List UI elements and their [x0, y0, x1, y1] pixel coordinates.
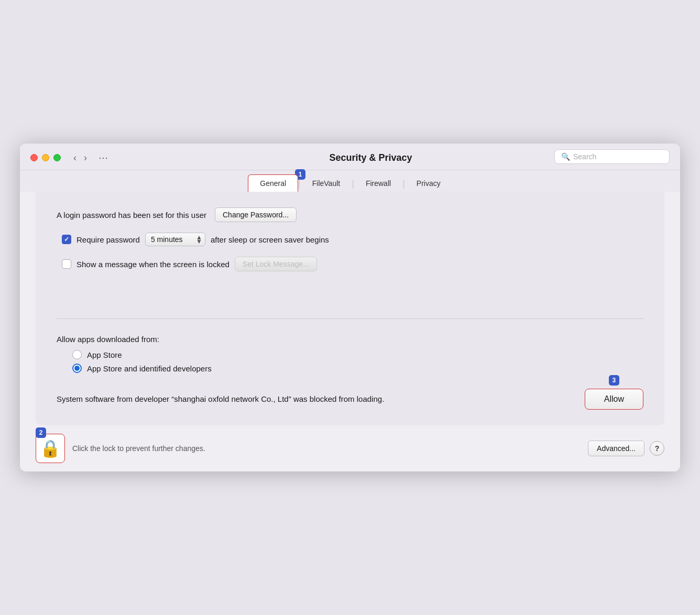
tab-firewall[interactable]: Firewall: [354, 175, 402, 192]
back-button[interactable]: ‹: [71, 152, 79, 163]
lock-button[interactable]: 🔒: [36, 434, 65, 463]
show-message-checkbox[interactable]: [62, 259, 71, 269]
require-password-checkbox[interactable]: ✓: [62, 235, 71, 244]
separator: [57, 319, 643, 319]
set-lock-message-button[interactable]: Set Lock Message...: [235, 257, 317, 271]
window-title: Security & Privacy: [114, 152, 628, 163]
content-area: A login password has been set for this u…: [20, 192, 680, 471]
close-button[interactable]: [30, 154, 38, 161]
allow-badge: 3: [609, 375, 619, 386]
nav-arrows: ‹ ›: [71, 152, 89, 163]
tab-filevault[interactable]: FileVault: [301, 175, 352, 192]
titlebar: ‹ › ⋯ Security & Privacy 🔍: [20, 144, 680, 170]
require-password-label: Require password: [76, 235, 140, 244]
minimize-button[interactable]: [42, 154, 49, 161]
allow-button[interactable]: Allow: [585, 389, 643, 410]
checkmark-icon: ✓: [64, 236, 69, 243]
password-row: A login password has been set for this u…: [57, 207, 643, 222]
radio-app-store-identified-label: App Store and identified developers: [87, 364, 212, 373]
allow-apps-section: Allow apps downloaded from: App Store Ap…: [57, 335, 643, 373]
bottom-bar: 2 🔒 Click the lock to prevent further ch…: [20, 425, 680, 471]
radio-selected-indicator: [74, 366, 80, 371]
radio-app-store-identified-row: App Store and identified developers: [72, 364, 643, 373]
tab-general[interactable]: General: [248, 174, 298, 192]
show-message-row: Show a message when the screen is locked…: [62, 257, 643, 271]
main-window: ‹ › ⋯ Security & Privacy 🔍 1 General | F…: [20, 144, 680, 471]
blocked-text: System software from developer “shanghai…: [57, 393, 384, 405]
require-password-row: ✓ Require password immediately 5 seconds…: [62, 233, 643, 246]
radio-app-store[interactable]: [72, 350, 82, 359]
radio-app-store-label: App Store: [87, 350, 122, 359]
allow-btn-wrapper: 3 Allow: [585, 389, 643, 410]
help-button[interactable]: ?: [650, 441, 664, 456]
tab-privacy[interactable]: Privacy: [405, 175, 452, 192]
bottom-right: Advanced... ?: [588, 441, 664, 456]
password-interval-select[interactable]: immediately 5 seconds 1 minute 5 minutes…: [145, 233, 205, 246]
lock-badge: 2: [36, 427, 46, 438]
change-password-button[interactable]: Change Password...: [215, 207, 297, 222]
traffic-lights: [30, 154, 61, 161]
search-box: 🔍: [554, 149, 670, 164]
blocked-row: System software from developer “shanghai…: [57, 389, 643, 410]
radio-app-store-identified[interactable]: [72, 364, 82, 373]
search-input[interactable]: [573, 152, 663, 161]
show-message-label: Show a message when the screen is locked: [76, 260, 229, 269]
radio-app-store-row: App Store: [72, 350, 643, 359]
grid-icon[interactable]: ⋯: [99, 152, 107, 163]
main-panel: A login password has been set for this u…: [36, 192, 664, 425]
advanced-button[interactable]: Advanced...: [588, 441, 644, 456]
password-interval-wrapper: immediately 5 seconds 1 minute 5 minutes…: [145, 233, 205, 246]
allow-apps-label: Allow apps downloaded from:: [57, 335, 643, 344]
tabs-bar: 1 General | FileVault | Firewall | Priva…: [20, 170, 680, 192]
search-icon: 🔍: [561, 152, 570, 161]
forward-button[interactable]: ›: [82, 152, 89, 163]
maximize-button[interactable]: [53, 154, 61, 161]
lock-text: Click the lock to prevent further change…: [72, 444, 581, 453]
password-label: A login password has been set for this u…: [57, 211, 206, 219]
after-sleep-label: after sleep or screen saver begins: [211, 235, 329, 244]
